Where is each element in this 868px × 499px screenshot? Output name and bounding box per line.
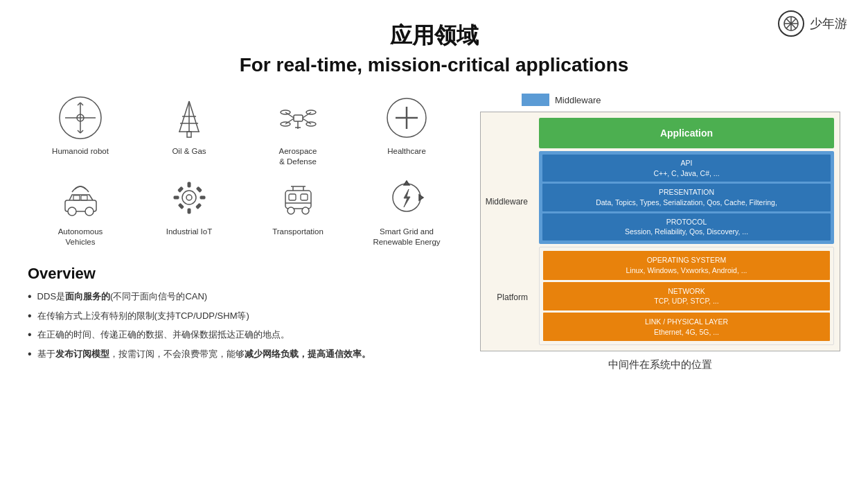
overview-section: Overview DDS是面向服务的(不同于面向信号的CAN) 在传输方式上没有… bbox=[28, 265, 459, 362]
aerospace-icon bbox=[274, 94, 322, 142]
icon-item-healthcare: Healthcare bbox=[354, 94, 459, 167]
svg-point-38 bbox=[85, 207, 94, 216]
svg-rect-51 bbox=[301, 194, 308, 200]
title-cn: 应用领域 bbox=[28, 21, 840, 51]
autonomous-vehicles-icon bbox=[56, 174, 105, 222]
svg-rect-45 bbox=[177, 187, 183, 193]
icon-item-aerospace: Aerospace& Defense bbox=[245, 94, 351, 167]
industrial-iot-icon bbox=[165, 174, 213, 222]
transportation-label: Transportation bbox=[272, 227, 324, 237]
main-content: Humanoid robot bbox=[28, 94, 840, 371]
application-block: Application bbox=[539, 118, 834, 148]
svg-rect-44 bbox=[200, 196, 205, 199]
svg-point-40 bbox=[186, 195, 192, 200]
os-block: OPERATING SYSTERM Linux, Windows, Vxwork… bbox=[543, 251, 830, 279]
transportation-icon bbox=[274, 174, 322, 222]
network-block: NETWORK TCP, UDP, STCP, ... bbox=[543, 282, 830, 310]
api-label: API bbox=[681, 159, 693, 167]
humanoid-robot-icon bbox=[56, 94, 105, 142]
legend-box bbox=[522, 94, 549, 106]
os-label: OPERATING SYSTERM bbox=[647, 256, 727, 264]
link-sub: Ethernet, 4G, 5G, ... bbox=[654, 328, 719, 336]
application-label: Application bbox=[660, 128, 713, 139]
overview-item-2-text: 在传输方式上没有特别的限制(支持TCP/UDP/SHM等) bbox=[37, 309, 249, 323]
platform-block-container: OPERATING SYSTERM Linux, Windows, Vxwork… bbox=[539, 247, 834, 345]
title-en: For real-time, mission-critical applicat… bbox=[28, 54, 840, 76]
api-sub: C++, C, Java, C#, ... bbox=[653, 169, 719, 177]
oil-gas-label: Oil & Gas bbox=[172, 146, 206, 157]
bold-2: 发布订阅模型 bbox=[55, 349, 109, 359]
svg-marker-58 bbox=[404, 181, 409, 185]
presentation-block: PRESENTATION Data, Topics, Types, Serial… bbox=[542, 184, 831, 211]
oil-gas-icon bbox=[165, 94, 213, 142]
svg-rect-46 bbox=[196, 187, 202, 193]
link-block: LINK / PHYSICAL LAYER Ethernet, 4G, 5G, … bbox=[543, 313, 830, 341]
overview-item-1-text: DDS是面向服务的(不同于面向信号的CAN) bbox=[37, 290, 208, 304]
middleware-arch-label: Middleware bbox=[486, 197, 531, 207]
svg-rect-47 bbox=[178, 204, 184, 209]
legend-label: Middleware bbox=[555, 95, 601, 105]
bold-3: 减少网络负载，提高通信效率。 bbox=[245, 349, 371, 359]
svg-rect-20 bbox=[294, 115, 303, 121]
presentation-label: PRESENTATION bbox=[659, 188, 714, 196]
overview-item-4: 基于发布订阅模型，按需订阅，不会浪费带宽，能够减少网络负载，提高通信效率。 bbox=[28, 347, 459, 362]
svg-rect-41 bbox=[188, 182, 191, 187]
right-side: Middleware Middleware Platform bbox=[480, 94, 840, 371]
os-sub: Linux, Windows, Vxworks, Android, ... bbox=[626, 266, 747, 274]
platform-arch-label: Platform bbox=[497, 292, 531, 302]
overview-list: DDS是面向服务的(不同于面向信号的CAN) 在传输方式上没有特别的限制(支持T… bbox=[28, 290, 459, 362]
svg-rect-48 bbox=[195, 204, 201, 209]
logo-area: 少年游 bbox=[778, 10, 847, 37]
protocol-label: PROTOCOL bbox=[666, 218, 707, 226]
overview-item-1: DDS是面向服务的(不同于面向信号的CAN) bbox=[28, 290, 459, 304]
page-container: 少年游 应用领域 For real-time, mission-critical… bbox=[0, 0, 868, 499]
industrial-iot-label: Industrial IoT bbox=[166, 227, 212, 237]
diagram-caption: 中间件在系统中的位置 bbox=[480, 358, 840, 371]
logo-icon bbox=[778, 10, 804, 37]
humanoid-robot-label: Humanoid robot bbox=[52, 146, 109, 157]
presentation-sub: Data, Topics, Types, Serialization, Qos,… bbox=[596, 198, 777, 207]
left-side: Humanoid robot bbox=[28, 94, 459, 367]
overview-item-4-text: 基于发布订阅模型，按需订阅，不会浪费带宽，能够减少网络负载，提高通信效率。 bbox=[37, 347, 371, 361]
icon-item-smart-grid: Smart Grid andRenewable Energy bbox=[354, 174, 459, 247]
link-label: LINK / PHYSICAL LAYER bbox=[645, 317, 728, 326]
title-section: 应用领域 For real-time, mission-critical app… bbox=[28, 21, 840, 76]
arch-blocks: Application API C++, C, Java, C#, ... PR… bbox=[539, 118, 834, 345]
smart-grid-label: Smart Grid andRenewable Energy bbox=[373, 227, 440, 247]
overview-item-2: 在传输方式上没有特别的限制(支持TCP/UDP/SHM等) bbox=[28, 309, 459, 324]
svg-rect-35 bbox=[73, 195, 80, 200]
arch-labels: Middleware Platform bbox=[486, 118, 535, 345]
autonomous-vehicles-label: AutonomousVehicles bbox=[58, 227, 103, 247]
aerospace-label: Aerospace& Defense bbox=[279, 146, 317, 167]
svg-rect-50 bbox=[289, 194, 296, 200]
middleware-block-container: API C++, C, Java, C#, ... PRESENTATION D… bbox=[539, 151, 834, 244]
icon-item-transportation: Transportation bbox=[245, 174, 351, 247]
protocol-block: PROTOCOL Session, Reliability, Qos, Disc… bbox=[542, 213, 831, 240]
svg-rect-36 bbox=[81, 195, 87, 200]
svg-point-37 bbox=[68, 207, 76, 216]
svg-rect-19 bbox=[187, 132, 191, 137]
svg-marker-59 bbox=[419, 195, 423, 200]
overview-item-3-text: 在正确的时间、传递正确的数据、并确保数据抵达正确的地点。 bbox=[37, 328, 290, 342]
svg-rect-42 bbox=[188, 209, 191, 213]
network-label: NETWORK bbox=[668, 287, 705, 295]
healthcare-label: Healthcare bbox=[387, 146, 426, 157]
overview-title: Overview bbox=[28, 265, 459, 283]
svg-point-54 bbox=[302, 207, 309, 214]
smart-grid-icon bbox=[382, 174, 431, 222]
overview-item-3: 在正确的时间、传递正确的数据、并确保数据抵达正确的地点。 bbox=[28, 328, 459, 342]
svg-point-53 bbox=[287, 207, 294, 214]
icons-grid: Humanoid robot bbox=[28, 94, 459, 247]
healthcare-icon bbox=[382, 94, 431, 142]
icon-item-humanoid-robot: Humanoid robot bbox=[28, 94, 133, 167]
icon-item-industrial-iot: Industrial IoT bbox=[136, 174, 242, 247]
api-block: API C++, C, Java, C#, ... bbox=[542, 155, 831, 182]
bold-1: 面向服务的 bbox=[65, 291, 110, 301]
arch-diagram: Middleware Platform Application bbox=[480, 112, 840, 351]
icon-item-autonomous-vehicles: AutonomousVehicles bbox=[28, 174, 133, 247]
svg-rect-43 bbox=[174, 196, 179, 199]
middleware-legend: Middleware bbox=[522, 94, 840, 106]
svg-point-39 bbox=[182, 191, 196, 204]
icon-item-oil-gas: Oil & Gas bbox=[136, 94, 242, 167]
protocol-sub: Session, Reliability, Qos, Discovery, ..… bbox=[625, 227, 748, 236]
